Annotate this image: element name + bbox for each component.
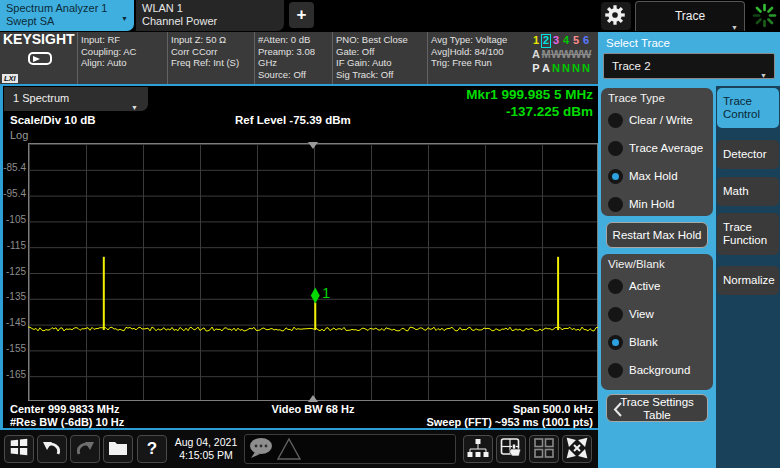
- date-text: Aug 04, 2021: [170, 436, 242, 449]
- add-tab-button[interactable]: +: [289, 2, 314, 28]
- undo-button[interactable]: [37, 435, 67, 463]
- radio-min-hold[interactable]: Min Hold: [608, 190, 713, 218]
- chevron-down-icon: ▼: [131, 96, 138, 119]
- trace-legend-char: N: [571, 62, 581, 76]
- chevron-down-icon: ▼: [760, 64, 767, 88]
- span-label[interactable]: Span 500.0 kHz: [513, 403, 593, 415]
- settings-gear-button[interactable]: [601, 2, 631, 30]
- trace-settings-table-button[interactable]: Trace Settings Table: [606, 394, 708, 422]
- meas-setting: Freq Ref: Int (S): [171, 57, 251, 69]
- file-open-button[interactable]: [103, 435, 133, 463]
- radio-clear-write[interactable]: Clear / Write: [608, 106, 713, 134]
- trace-legend-char: A: [541, 62, 551, 76]
- radio-trace-average[interactable]: Trace Average: [608, 134, 713, 162]
- window-selector-dropdown[interactable]: 1 Spectrum ▼: [4, 87, 148, 111]
- trace-legend-char: N: [581, 62, 591, 76]
- marker-number-label: 1: [322, 285, 330, 301]
- panel-tab-normalize[interactable]: Normalize: [717, 266, 779, 295]
- ref-level-label[interactable]: Ref Level -75.39 dBm: [235, 114, 351, 126]
- radio-circle-icon[interactable]: [608, 197, 623, 212]
- res-bw-label[interactable]: #Res BW (-6dB) 10 Hz: [10, 416, 124, 428]
- meas-setting: #Atten: 0 dB: [258, 34, 329, 46]
- radio-circle-icon[interactable]: [608, 335, 623, 350]
- radio-active[interactable]: Active: [608, 272, 713, 300]
- view-blank-title: View/Blank: [608, 258, 713, 270]
- panel-tab-trace-function[interactable]: Trace Function: [717, 213, 779, 255]
- lxi-badge: LXI: [2, 74, 18, 83]
- folder-icon: [106, 436, 130, 460]
- radio-max-hold[interactable]: Max Hold: [608, 162, 713, 190]
- trace-type-title: Trace Type: [608, 92, 713, 104]
- bottom-toolbar: ? Aug 04, 2021 4:15:05 PM: [0, 430, 598, 468]
- touch-window-button[interactable]: [496, 435, 526, 463]
- y-axis-tick-label: -165: [3, 369, 26, 380]
- redo-button[interactable]: [70, 435, 100, 463]
- trace-legend-char: 3: [551, 34, 561, 48]
- expand-arrows-icon: [565, 436, 589, 460]
- block-diagram-button[interactable]: [463, 435, 493, 463]
- spectrum-display: 1 Spectrum ▼ Mkr1 999.985 5 MHz -137.225…: [0, 84, 598, 430]
- meas-setting: Corr CCorr: [171, 46, 251, 58]
- trace-legend-char: W: [571, 48, 581, 62]
- busy-spinner-icon: [751, 2, 778, 29]
- undo-icon: [40, 436, 64, 460]
- tab-wlan-1[interactable]: WLAN 1 Channel Power: [136, 0, 284, 31]
- status-message-area[interactable]: [244, 434, 456, 464]
- radio-label: Background: [629, 364, 690, 376]
- panel-tab-detector[interactable]: Detector: [717, 140, 779, 169]
- trace-legend-char: 4: [561, 34, 571, 48]
- trace-legend-char: 5: [571, 34, 581, 48]
- trace-legend-char: 2: [541, 34, 551, 48]
- meas-col-avg[interactable]: Avg Type: VoltageAvg|Hold: 84/100Trig: F…: [427, 32, 527, 84]
- y-axis-tick-label: -145: [3, 317, 26, 328]
- fullscreen-button[interactable]: [562, 435, 592, 463]
- radio-circle-icon[interactable]: [608, 113, 623, 128]
- meas-col-atten[interactable]: #Atten: 0 dBPreamp: 3.08 GHzSource: Off: [254, 32, 332, 84]
- radio-circle-icon[interactable]: [608, 169, 623, 184]
- window-layout-button[interactable]: [529, 435, 559, 463]
- node-diagram-icon: [466, 436, 490, 460]
- y-axis-tick-label: -155: [3, 343, 26, 354]
- radio-circle-icon[interactable]: [608, 279, 623, 294]
- windows-start-button[interactable]: [4, 435, 34, 463]
- restart-max-hold-button[interactable]: Restart Max Hold: [606, 222, 708, 248]
- trace-menu-dropdown[interactable]: Trace ▼: [635, 1, 745, 31]
- y-axis-tick-label: -115: [3, 240, 26, 251]
- radio-background[interactable]: Background: [608, 356, 713, 384]
- trace-control-panel: Select Trace Trace 2 ▼ Trace ControlDete…: [598, 32, 780, 468]
- trace-settings-table-label: Trace Settings Table: [620, 396, 694, 421]
- marker-frequency: Mkr1 999.985 5 MHz: [466, 87, 593, 104]
- radio-circle-icon[interactable]: [608, 363, 623, 378]
- meas-col-input[interactable]: Input: RFCoupling: ACAlign: Auto: [77, 32, 167, 84]
- radio-blank[interactable]: Blank: [608, 328, 713, 356]
- radio-label: Max Hold: [629, 170, 678, 182]
- select-trace-dropdown[interactable]: Trace 2 ▼: [603, 53, 775, 79]
- gear-icon: [601, 2, 629, 28]
- tab2-mode: Channel Power: [142, 15, 276, 28]
- meas-col-pno[interactable]: PNO: Best CloseGate: OffIF Gain: AutoSig…: [332, 32, 427, 84]
- help-button[interactable]: ?: [137, 435, 167, 463]
- scale-per-div-label[interactable]: Scale/Div 10 dB: [10, 114, 96, 126]
- tab-spectrum-analyzer-1[interactable]: Spectrum Analyzer 1 Swept SA ▼: [0, 0, 134, 31]
- windows-logo-icon: [8, 436, 30, 458]
- radio-circle-icon[interactable]: [608, 307, 623, 322]
- radio-label: Min Hold: [629, 198, 674, 210]
- meas-setting: Input Z: 50 Ω: [171, 34, 251, 46]
- messages-bubble-icon: [250, 438, 272, 458]
- radio-circle-icon[interactable]: [608, 141, 623, 156]
- panel-tab-math[interactable]: Math: [717, 177, 779, 206]
- meas-setting: Preamp: 3.08 GHz: [258, 46, 329, 69]
- marker-diamond-icon[interactable]: [311, 287, 320, 303]
- sweep-label[interactable]: Sweep (FFT) ~953 ms (1001 pts): [426, 416, 593, 428]
- trace-plot: 1: [28, 143, 598, 401]
- trace-legend-char: M: [541, 48, 551, 62]
- trace-type-group: Trace Type Clear / WriteTrace AverageMax…: [601, 88, 713, 216]
- panel-tabs-column: Trace ControlDetectorMathTrace FunctionN…: [716, 86, 780, 468]
- trace-menu-label: Trace: [675, 9, 705, 23]
- panel-tab-trace-control[interactable]: Trace Control: [717, 88, 779, 128]
- radio-label: Blank: [629, 336, 658, 348]
- trace-legend-char: A: [531, 48, 541, 62]
- trace-legend[interactable]: 123456 AMWWWW PANNNN: [527, 32, 597, 84]
- meas-col-impedance[interactable]: Input Z: 50 ΩCorr CCorrFreq Ref: Int (S): [167, 32, 254, 84]
- radio-view[interactable]: View: [608, 300, 713, 328]
